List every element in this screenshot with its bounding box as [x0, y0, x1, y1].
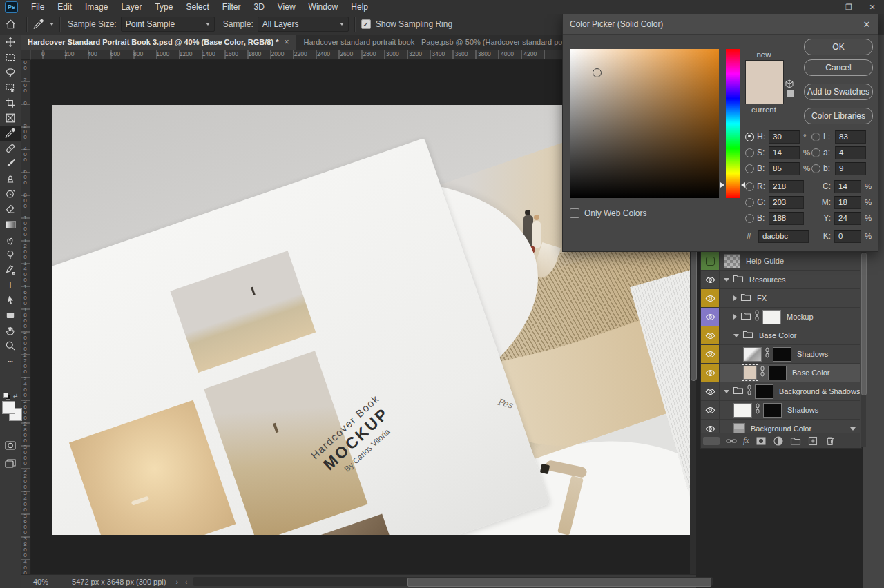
foreground-color-swatch[interactable]	[2, 401, 15, 414]
only-web-colors-checkbox[interactable]	[570, 208, 579, 218]
value-input[interactable]: 14	[769, 146, 800, 159]
menu-item-view[interactable]: View	[278, 2, 296, 12]
new-layer-icon[interactable]	[807, 435, 818, 447]
menu-item-select[interactable]: Select	[186, 2, 209, 12]
chevron-down-icon[interactable]	[733, 334, 739, 337]
add-layer-mask-icon[interactable]	[756, 435, 767, 447]
scroll-left-arrow[interactable]: ‹	[185, 578, 187, 586]
delete-layer-icon[interactable]	[825, 435, 836, 447]
layer-mask-thumbnail[interactable]	[763, 403, 782, 418]
chevron-down-icon[interactable]	[724, 278, 729, 282]
layer-thumbnail[interactable]	[743, 347, 762, 362]
layer-thumbnail[interactable]	[733, 403, 752, 418]
radio-button[interactable]	[811, 148, 820, 157]
type-tool-icon[interactable]: T	[0, 277, 21, 293]
link-layers-icon[interactable]	[726, 435, 737, 447]
sample-dropdown[interactable]: All Layers	[258, 17, 349, 32]
history-brush-tool-icon[interactable]	[0, 186, 21, 202]
eyedropper-tool-preset-icon[interactable]	[33, 19, 54, 30]
menu-item-image[interactable]: Image	[85, 2, 108, 12]
minimize-icon[interactable]: –	[814, 0, 837, 14]
layer-row-shadows[interactable]: Shadows	[701, 345, 860, 364]
menu-item-edit[interactable]: Edit	[57, 2, 72, 12]
rectangle-tool-icon[interactable]	[0, 308, 21, 323]
default-colors-icon[interactable]	[3, 393, 9, 398]
color-field-marker[interactable]	[593, 68, 602, 77]
dialog-title-bar[interactable]: Color Picker (Solid Color)	[563, 14, 878, 35]
tab-document-1[interactable]: Hardcover Standard Portrait Book 3.psd @…	[21, 35, 296, 50]
menu-item-3d[interactable]: 3D	[253, 2, 264, 12]
radio-button[interactable]	[745, 148, 754, 157]
layer-effects-icon[interactable]: fx	[743, 435, 749, 446]
radio-button[interactable]	[745, 214, 754, 223]
cancel-button[interactable]: Cancel	[804, 59, 873, 76]
value-input[interactable]: 218	[769, 180, 804, 193]
layer-mask-thumbnail[interactable]	[773, 347, 791, 362]
layer-row-fx[interactable]: FX	[701, 289, 860, 308]
dialog-close-icon[interactable]: ✕	[861, 19, 872, 30]
eyedropper-tool-icon[interactable]	[0, 126, 21, 141]
radio-button[interactable]	[745, 198, 754, 207]
hue-slider[interactable]	[726, 49, 740, 198]
edit-toolbar-button[interactable]: •••	[0, 353, 21, 369]
color-libraries-button[interactable]: Color Libraries	[804, 108, 873, 124]
visibility-toggle[interactable]	[701, 326, 720, 344]
value-input[interactable]: 0	[834, 230, 861, 243]
layers-scrollbar-thumb[interactable]	[861, 253, 867, 395]
layer-thumbnail[interactable]	[724, 254, 740, 268]
layer-row-base-color[interactable]: Base Color	[701, 364, 860, 382]
layer-row-background-shadows[interactable]: Background & Shadows	[701, 382, 860, 401]
layer-mask-thumbnail[interactable]	[762, 310, 781, 324]
radio-button[interactable]	[745, 133, 754, 141]
move-tool-icon[interactable]	[0, 35, 21, 50]
screen-mode-button[interactable]	[0, 455, 21, 471]
value-input[interactable]: 83	[835, 130, 866, 144]
restore-icon[interactable]: ❐	[837, 0, 861, 14]
value-input[interactable]: 188	[769, 212, 804, 225]
sample-size-dropdown[interactable]: Point Sample	[121, 17, 215, 32]
layer-row-help-guide[interactable]: Help Guide	[701, 252, 860, 271]
rect-marquee-tool-icon[interactable]	[0, 50, 21, 65]
web-safe-color-chip[interactable]	[787, 90, 794, 97]
chevron-down-icon[interactable]	[724, 390, 729, 393]
radio-button[interactable]	[811, 164, 820, 173]
tab-close-icon[interactable]: ×	[284, 37, 289, 47]
layer-row-mockup[interactable]: Mockup	[701, 308, 860, 326]
quick-mask-button[interactable]	[0, 438, 21, 453]
visibility-toggle[interactable]	[701, 308, 720, 326]
web-safe-cube-icon[interactable]	[785, 79, 794, 90]
horizontal-scrollbar[interactable]	[193, 577, 713, 586]
lasso-tool-icon[interactable]	[0, 65, 21, 80]
layer-thumbnail[interactable]	[743, 366, 757, 380]
visibility-toggle[interactable]	[701, 289, 720, 307]
visibility-toggle[interactable]	[701, 345, 720, 363]
menu-item-filter[interactable]: Filter	[222, 2, 241, 12]
visibility-toggle[interactable]	[701, 364, 720, 382]
value-input[interactable]: 14	[834, 180, 861, 193]
value-input[interactable]: 24	[834, 212, 861, 225]
chevron-right-icon[interactable]	[733, 295, 737, 301]
value-input[interactable]: 203	[769, 196, 804, 209]
show-sampling-ring-checkbox[interactable]: ✓	[361, 19, 371, 29]
hue-slider-arrow-left[interactable]	[720, 182, 724, 188]
color-field[interactable]	[570, 49, 719, 198]
chevron-right-icon[interactable]	[733, 314, 737, 320]
close-icon[interactable]: ✕	[861, 0, 884, 14]
layers-scrollbar[interactable]	[861, 251, 866, 447]
visibility-toggle[interactable]	[701, 382, 720, 400]
layer-row-shadows[interactable]: Shadows	[701, 401, 860, 420]
gradient-tool-icon[interactable]	[0, 217, 21, 232]
value-input[interactable]: 4	[835, 146, 866, 159]
layer-row-resources[interactable]: Resources	[701, 271, 860, 289]
zoom-tool-icon[interactable]	[0, 338, 21, 353]
value-input[interactable]: 9	[835, 162, 866, 175]
frame-tool-icon[interactable]	[0, 110, 21, 126]
chevron-down-icon[interactable]	[850, 427, 856, 431]
adjustment-layer-icon[interactable]	[773, 435, 784, 447]
value-input[interactable]: 18	[834, 196, 861, 209]
visibility-toggle[interactable]	[701, 401, 720, 419]
clone-stamp-tool-icon[interactable]	[0, 171, 21, 186]
crop-tool-icon[interactable]	[0, 95, 21, 110]
visibility-toggle[interactable]	[701, 252, 720, 270]
layer-mask-thumbnail[interactable]	[755, 384, 774, 399]
